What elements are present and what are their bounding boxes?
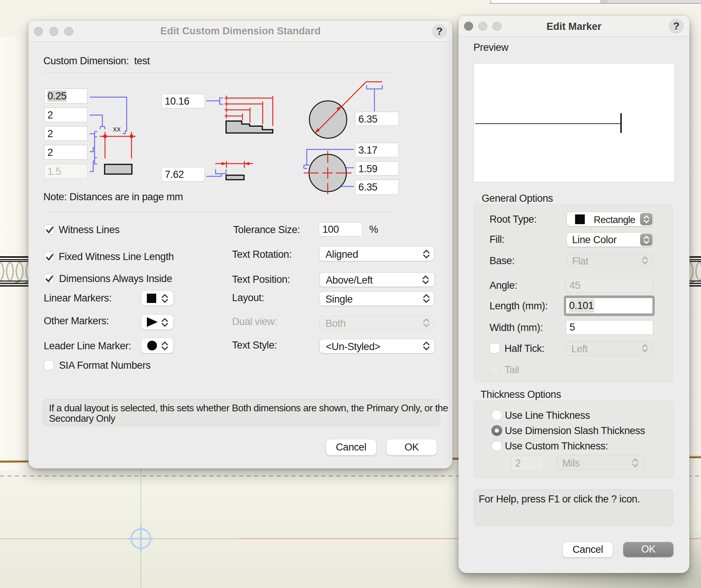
svg-text:xx: xx — [113, 124, 121, 133]
